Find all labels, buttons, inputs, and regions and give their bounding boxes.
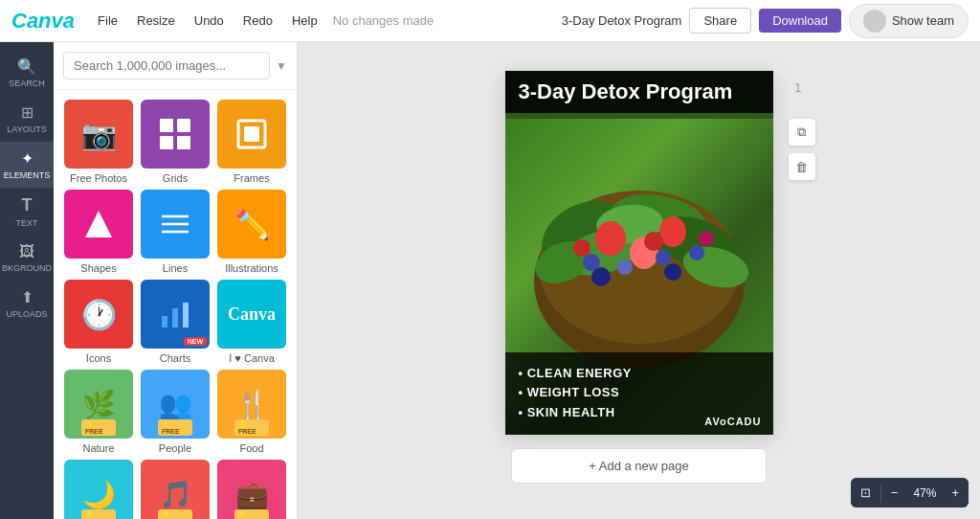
design-bullet-1: • CLEAN ENERGY [519,364,760,384]
lines-label: Lines [163,262,188,274]
more3-thumb: 💼 ⭐ FREE [217,460,286,519]
element-food[interactable]: 🍴 ⭐ FREE Food [216,370,287,454]
element-lines[interactable]: Lines [140,190,211,274]
illustrations-label: Illustrations [225,262,278,274]
menu-undo[interactable]: Undo [187,10,232,32]
canvas-wrapper: 3-Day Detox Program [505,71,773,435]
more2-thumb: 🎵 ⭐ FREE [141,460,210,519]
element-nature[interactable]: 🌿 ⭐ FREE Nature [63,370,134,454]
svg-point-28 [689,245,704,260]
uploads-icon: ⬆ [21,288,33,306]
element-illustrations[interactable]: ✏️ Illustrations [216,190,287,274]
grids-label: Grids [163,172,188,184]
people-thumb: 👥 ⭐ FREE [141,370,210,439]
topbar: Canva File Resize Undo Redo Help No chan… [0,0,980,42]
svg-rect-3 [177,136,190,149]
menu-redo[interactable]: Redo [235,10,280,32]
canvas-card[interactable]: 3-Day Detox Program [505,71,773,435]
svg-point-32 [591,267,611,286]
food-label: Food [239,442,263,454]
illustrations-thumb: ✏️ [217,190,286,259]
download-button[interactable]: Download [759,9,841,33]
design-brand: AVoCADU [704,416,761,427]
svg-rect-1 [177,119,190,132]
avatar [863,10,886,33]
page-number: 1 [794,80,801,95]
svg-point-29 [644,232,663,251]
zoom-in-button[interactable]: + [942,478,969,508]
zoom-bar: ⊡ − 47% + [851,478,969,508]
menu-help[interactable]: Help [284,10,325,32]
element-icons[interactable]: 🕐 Icons [63,280,134,364]
left-panel: ▼ 📷 Free Photos [54,42,298,519]
svg-point-30 [573,239,590,257]
topbar-menu: File Resize Undo Redo Help [90,10,325,32]
svg-point-23 [659,216,686,247]
nature-label: Nature [82,442,114,454]
save-status: No changes made [333,13,562,28]
layouts-icon: ⊞ [21,103,33,122]
element-more1[interactable]: 🌙 ⭐ FREE [63,460,134,519]
svg-rect-0 [160,119,173,132]
element-more2[interactable]: 🎵 ⭐ FREE [140,460,211,519]
share-button[interactable]: Share [689,8,751,34]
canva-logo: Canva [11,9,75,34]
design-title: 3-Day Detox Program [519,80,760,103]
search-icon: 🔍 [17,57,36,76]
sidebar-item-layouts[interactable]: ⊞ LAYOUTS [0,96,54,142]
element-people[interactable]: 👥 ⭐ FREE People [140,370,211,454]
element-free-photos[interactable]: 📷 Free Photos [63,100,134,184]
svg-point-31 [699,231,714,246]
show-team-button[interactable]: Show team [849,4,969,38]
more1-thumb: 🌙 ⭐ FREE [64,460,133,519]
search-input[interactable] [63,52,270,79]
menu-file[interactable]: File [90,10,125,32]
design-image: 3-Day Detox Program [505,71,773,435]
icons-label: Icons [86,352,111,364]
svg-point-22 [595,221,626,256]
svg-rect-12 [183,303,189,327]
sidebar-item-elements[interactable]: ✦ ELEMENTS [0,142,54,188]
element-shapes[interactable]: Shapes [63,190,134,274]
free-photos-thumb: 📷 [64,100,133,169]
svg-rect-10 [162,316,167,327]
free-photos-label: Free Photos [70,172,127,184]
element-grids[interactable]: Grids [140,100,211,184]
canvas-side-tools: ⧉ 🗑 [789,119,815,180]
nature-thumb: 🌿 ⭐ FREE [64,370,133,439]
element-canva[interactable]: Canva I ♥ Canva [216,280,287,364]
canvas-area[interactable]: 3-Day Detox Program [298,42,980,519]
charts-thumb: NEW [141,280,210,349]
menu-resize[interactable]: Resize [129,10,183,32]
sidebar-item-text[interactable]: T TEXT [0,188,54,236]
sidebar-item-uploads[interactable]: ⬆ UPLOADS [0,281,54,327]
element-frames[interactable]: Frames [216,100,287,184]
main-area: 🔍 SEARCH ⊞ LAYOUTS ✦ ELEMENTS T TEXT 🖼 B… [0,42,980,519]
element-more3[interactable]: 💼 ⭐ FREE [216,460,287,519]
svg-rect-5 [244,126,259,142]
sidebar-item-background[interactable]: 🖼 BKGROUND [0,236,54,281]
document-title: 3-Day Detox Program [562,13,682,28]
presentation-mode-button[interactable]: ⊡ [851,478,880,508]
search-dropdown-icon[interactable]: ▼ [276,59,287,73]
zoom-out-button[interactable]: − [881,478,908,508]
copy-page-tool[interactable]: ⧉ [789,119,815,146]
svg-rect-2 [160,136,173,149]
zoom-percentage: 47% [907,479,942,508]
elements-grid: 📷 Free Photos Grids [54,90,297,519]
shapes-label: Shapes [80,262,116,274]
svg-point-26 [656,250,671,265]
icons-thumb: 🕐 [64,280,133,349]
elements-icon: ✦ [21,149,33,168]
people-label: People [159,442,191,454]
trash-tool[interactable]: 🗑 [789,153,815,180]
element-charts[interactable]: NEW Charts [140,280,211,364]
design-bullet-2: • WEIGHT LOSS [519,383,760,403]
frames-thumb [217,100,286,169]
shapes-thumb [64,190,133,259]
frames-label: Frames [234,172,269,184]
svg-point-27 [617,260,633,275]
add-page-button[interactable]: + Add a new page [511,448,766,484]
sidebar-item-search[interactable]: 🔍 SEARCH [0,50,54,96]
canva-label: I ♥ Canva [229,352,275,364]
